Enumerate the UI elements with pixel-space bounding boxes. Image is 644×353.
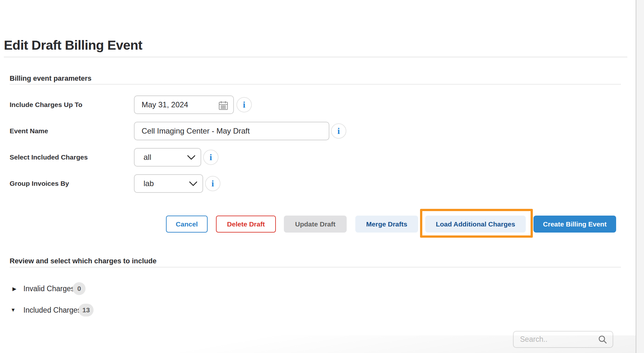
form-row-event-name: Event Name i [0,122,636,140]
event-name-label: Event Name [10,122,48,140]
group-invoices-value: lab [135,179,189,188]
invalid-charges-count-badge: 0 [73,282,86,295]
update-draft-button[interactable]: Update Draft [284,216,347,233]
load-additional-charges-button[interactable]: Load Additional Charges [425,216,526,233]
create-billing-event-button[interactable]: Create Billing Event [533,216,616,233]
cancel-button[interactable]: Cancel [166,216,208,233]
event-name-field[interactable] [134,122,329,140]
title-divider [4,57,627,57]
caret-right-icon[interactable]: ▶ [10,286,19,292]
include-charges-date-input[interactable] [135,100,215,109]
page-gutter [636,0,644,353]
chevron-down-icon [187,155,195,160]
search-icon[interactable] [598,335,607,344]
merge-drafts-button[interactable]: Merge Drafts [355,216,418,233]
review-section-divider [10,267,621,267]
included-charges-label[interactable]: Included Charges [23,306,81,315]
caret-down-icon[interactable]: ▼ [8,307,18,313]
invalid-charges-label[interactable]: Invalid Charges [23,284,75,293]
search-input[interactable] [514,335,598,344]
delete-draft-button[interactable]: Delete Draft [216,216,276,233]
included-charges-group[interactable]: ▼ Included Charges 13 [0,302,192,318]
info-icon: i [210,153,212,162]
select-included-charges-label: Select Included Charges [10,148,88,167]
review-section-heading: Review and select which charges to inclu… [10,257,156,265]
info-icon: i [243,100,245,109]
included-charges-count-badge: 13 [78,304,94,316]
group-invoices-label: Group Invoices By [10,174,69,193]
select-included-charges-value: all [135,153,187,162]
group-invoices-info-button[interactable]: i [205,176,220,191]
page-title: Edit Draft Billing Event [4,38,142,53]
form-row-group-invoices: Group Invoices By lab i [0,174,636,193]
info-icon: i [211,179,214,188]
parameters-section-divider [10,84,621,85]
chevron-down-icon [189,181,197,186]
form-row-include-charges: Include Charges Up To i [0,95,636,114]
select-included-charges-info-button[interactable]: i [203,150,219,165]
form-row-select-included-charges: Select Included Charges all i [0,148,636,167]
include-charges-label: Include Charges Up To [10,95,82,114]
event-name-input[interactable] [135,127,329,135]
include-charges-info-button[interactable]: i [236,97,252,112]
parameters-section-heading: Billing event parameters [10,74,92,83]
event-name-info-button[interactable]: i [331,123,346,139]
select-included-charges-dropdown[interactable]: all [134,148,201,167]
invalid-charges-group[interactable]: ▶ Invalid Charges 0 [0,281,192,296]
group-invoices-dropdown[interactable]: lab [134,174,203,193]
info-icon: i [337,127,340,135]
include-charges-date-field[interactable] [134,95,234,114]
charges-search-box [513,331,613,348]
calendar-icon[interactable] [219,101,228,111]
